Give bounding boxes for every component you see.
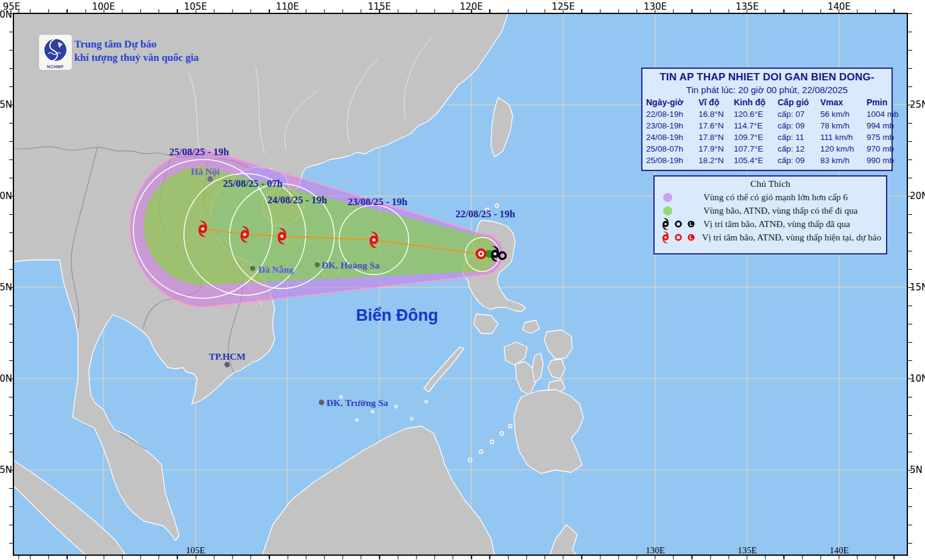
axis-label: 140E	[829, 545, 849, 555]
table-cell: 17.6°N	[698, 120, 734, 131]
table-cell: 970 mb	[867, 143, 905, 155]
islet	[495, 204, 499, 208]
table-cell: 105.4°E	[734, 155, 778, 166]
islet	[479, 450, 483, 453]
current-position-icon	[476, 248, 487, 259]
org-title: Trung tâm Dự báo khí tượng thuỷ văn quốc…	[74, 38, 199, 65]
city-label-hanoi: Hà Nội	[191, 166, 220, 177]
islet	[468, 458, 472, 462]
legend-label: Vị trí tâm bão, ATNĐ, vùng thấp đã qua	[703, 219, 850, 229]
purple-area-icon	[663, 193, 672, 202]
islet	[490, 440, 494, 444]
table-cell: 24/08-19h	[646, 131, 698, 143]
past-symbols-icon	[659, 218, 700, 230]
track-label-2208-19h: 22/08/25 - 19h	[455, 208, 515, 220]
axis-label: 135E	[737, 545, 757, 555]
table-cell: 18.2°N	[698, 155, 734, 166]
islet-spratly	[410, 418, 413, 420]
legend-title: Chú Thích	[659, 178, 881, 189]
forecast-table: Ngày-giờ Vĩ độ Kinh độ Cấp gió Vmax Pmin…	[646, 97, 888, 166]
table-cell: 111 km/h	[820, 131, 867, 143]
current-symbols-icon	[659, 231, 700, 243]
table-cell: cấp: 12	[778, 143, 820, 155]
table-cell: 1004 mb	[867, 108, 905, 120]
table-cell: 994 mb	[867, 120, 905, 131]
table-cell: 17.8°N	[698, 131, 734, 143]
axis-label-right: 5N	[910, 464, 923, 475]
org-title-line1: Trung tâm Dự báo	[74, 38, 199, 51]
nchmf-logo-icon	[42, 37, 69, 63]
table-cell: 56 km/h	[820, 108, 867, 120]
table-cell: 109.7°E	[734, 131, 778, 143]
legend-label: Vùng có thể có gió mạnh lớn hơn cấp 6	[703, 192, 848, 203]
nchmf-logo: NCHMF	[38, 34, 72, 71]
legend-item-passage-area: Vùng bão, ATNĐ, vùng thấp có thể đi qua	[659, 204, 881, 217]
axis-label-left: 25N	[0, 99, 12, 110]
table-cell: 25/08-07h	[646, 143, 698, 155]
axis-label-top: 135E	[736, 1, 759, 12]
storm-forecast-page: { "header": { "line1": "Trung tâm Dự báo…	[0, 0, 925, 560]
table-cell: cấp: 11	[778, 131, 820, 143]
col-header: Kinh độ	[734, 97, 778, 108]
axis-label-right: 20N	[910, 191, 925, 201]
info-title: TIN AP THAP NHIET DOI GAN BIEN DONG-	[646, 71, 888, 83]
legend-label: Vị trí tâm bão, ATNĐ, vùng thấp hiện tại…	[702, 233, 881, 243]
table-cell: cấp: 09	[778, 155, 820, 166]
axis-label-left: 5N	[0, 464, 12, 475]
table-cell: cấp: 07	[778, 108, 820, 120]
axis-label-top: 140E	[828, 1, 851, 12]
track-label-2508-07h: 25/08/25 - 07h	[223, 178, 283, 189]
axis-label-top: 120E	[460, 1, 483, 12]
islet	[508, 424, 512, 428]
city-label-hoangsa: ĐK. Hoàng Sa	[322, 260, 379, 270]
legend-item-past-positions: Vị trí tâm bão, ATNĐ, vùng thấp đã qua	[659, 217, 881, 231]
table-cell: 22/08-19h	[646, 108, 698, 120]
axis-label-top: 130E	[644, 1, 667, 12]
table-cell: 78 km/h	[820, 120, 867, 131]
islet-spratly	[356, 419, 358, 421]
table-cell: 120 km/h	[820, 143, 867, 155]
col-header: Vmax	[820, 97, 867, 108]
legend-item-current-forecast-positions: Vị trí tâm bão, ATNĐ, vùng thấp hiện tại…	[659, 231, 881, 244]
table-cell: 23/08-19h	[646, 120, 698, 131]
legend-label: Vùng bão, ATNĐ, vùng thấp có thể đi qua	[703, 206, 857, 216]
table-cell: 83 km/h	[820, 155, 867, 166]
axis-label-right: 15N	[910, 282, 925, 293]
sea-name-label: Biển Đông	[356, 306, 438, 324]
city-label-tphcm: TP.HCM	[209, 351, 246, 362]
nchmf-logo-text: NCHMF	[39, 65, 72, 69]
col-header: Ngày-giờ	[646, 97, 698, 108]
axis-label-right: 10N	[910, 373, 925, 384]
table-cell: 120.6°E	[734, 108, 778, 120]
table-cell: 975 mb	[867, 131, 905, 143]
table-cell: 990 mb	[867, 155, 905, 166]
table-cell: cấp: 09	[778, 120, 820, 131]
track-label-2508-19h: 25/08/25 - 19h	[169, 146, 229, 158]
track-label-2308-19h: 23/08/25 - 19h	[348, 196, 407, 208]
table-cell: 107.7°E	[734, 143, 778, 155]
axis-label: 130E	[645, 545, 665, 555]
axis-label: 105E	[186, 545, 205, 555]
green-area-icon	[663, 206, 672, 215]
org-title-line2: khí tượng thuỷ văn quốc gia	[74, 51, 199, 65]
col-header: Cấp gió	[778, 97, 820, 108]
axis-label-left: 30N	[0, 9, 12, 20]
track-label-2408-19h: 24/08/25 - 19h	[267, 194, 327, 206]
city-label-truongsa: ĐK. Trường Sa	[326, 397, 389, 408]
axis-label-left: 10N	[0, 373, 12, 384]
axis-label-right: 25N	[910, 99, 925, 110]
col-header: Pmin	[867, 97, 905, 108]
axis-label-left: 15N	[0, 282, 12, 293]
storm-info-box: TIN AP THAP NHIET DOI GAN BIEN DONG- Tin…	[641, 68, 893, 171]
axis-label-top: 115E	[368, 1, 391, 12]
islet-spratly	[395, 405, 397, 408]
table-cell: 114.7°E	[734, 120, 778, 131]
axis-label-left: 20N	[0, 191, 12, 201]
legend: Chú Thích Vùng có thể có gió mạnh lớn hơ…	[653, 175, 887, 254]
axis-label-top: 105E	[184, 1, 207, 12]
legend-item-wind-area: Vùng có thể có gió mạnh lớn hơn cấp 6	[659, 191, 881, 204]
axis-label-top: 100E	[92, 1, 115, 12]
table-cell: 25/08-19h	[646, 155, 698, 166]
table-cell: 16.8°N	[698, 108, 734, 120]
islet	[500, 432, 504, 435]
